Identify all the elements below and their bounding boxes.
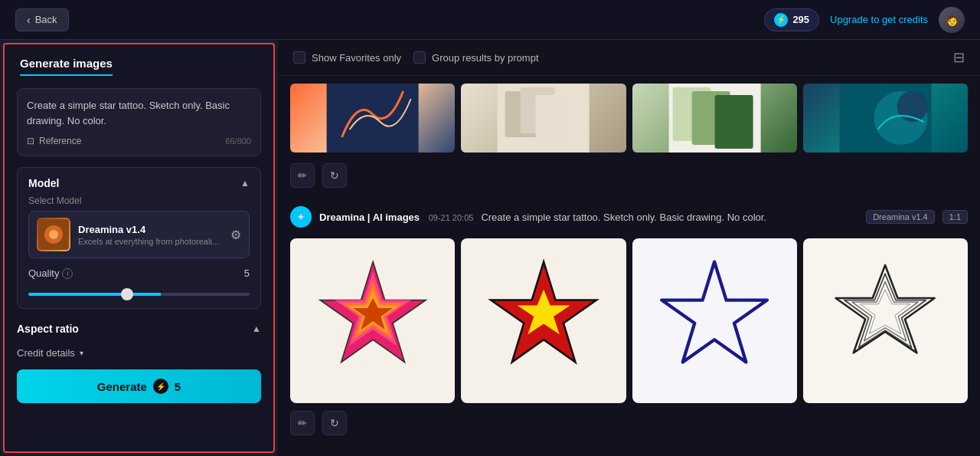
star-image-4[interactable] [803, 238, 968, 403]
reference-label: Reference [39, 136, 81, 146]
star-refresh-button[interactable]: ↻ [322, 411, 347, 435]
select-model-label: Select Model [28, 195, 250, 206]
sidebar-header: Generate images [5, 44, 273, 82]
svg-rect-3 [327, 84, 419, 153]
model-chevron-icon: ▲ [240, 178, 250, 189]
star-action-row: ✏ ↻ [278, 411, 980, 443]
back-arrow-icon: ‹ [27, 14, 31, 26]
prompt-meta: Dreamina | AI images 09-21 20:05 [319, 212, 473, 223]
generate-cost-icon: ⚡ [153, 379, 168, 394]
model-section-title: Model [28, 177, 59, 189]
back-label: Back [35, 14, 57, 25]
svg-rect-11 [714, 95, 753, 149]
avatar[interactable]: 🧑 [939, 7, 965, 33]
previous-images-grid [290, 84, 968, 153]
prev-image-3 [632, 84, 797, 153]
quality-slider[interactable] [28, 293, 250, 296]
model-section-header[interactable]: Model ▲ [28, 177, 250, 189]
prev-action-row: ✏ ↻ [290, 159, 968, 192]
edit-button[interactable]: ✏ [290, 163, 315, 188]
model-section: Model ▲ Select Model Dreamina v1.4 Excel… [17, 167, 261, 309]
show-favorites-checkbox[interactable] [293, 51, 305, 64]
generate-label: Generate [97, 380, 147, 393]
aspect-ratio-chevron-icon: ▲ [252, 323, 261, 334]
char-count: 66/800 [225, 136, 251, 146]
group-results-checkbox-label[interactable]: Group results by prompt [413, 51, 538, 64]
ratio-tag: 1:1 [942, 210, 968, 224]
svg-marker-26 [861, 289, 910, 333]
prompt-text: Create a simple star tattoo. Sketch only… [27, 98, 251, 128]
reference-button[interactable]: ⊡ Reference [27, 136, 81, 146]
quality-slider-container [28, 285, 250, 299]
content-header-right: ⊟ [953, 49, 965, 66]
credits-badge: ⚡ 295 [764, 8, 819, 31]
star-image-2[interactable] [461, 238, 626, 403]
star-images-grid [278, 234, 980, 411]
model-card[interactable]: Dreamina v1.4 Excels at everything from … [28, 211, 250, 258]
star-image-1[interactable] [290, 238, 455, 403]
svg-point-2 [49, 230, 58, 239]
prompt-date: 09-21 20:05 [429, 213, 474, 222]
svg-marker-23 [836, 264, 935, 353]
back-button[interactable]: ‹ Back [15, 8, 69, 31]
quality-label: Quality i [28, 267, 73, 279]
generate-cost: 5 [175, 380, 181, 393]
prev-image-4 [803, 84, 968, 153]
prompt-source: Dreamina | AI images 09-21 20:05 [319, 212, 473, 223]
credits-icon: ⚡ [774, 13, 788, 27]
upgrade-button[interactable]: Upgrade to get credits [830, 14, 928, 25]
sidebar-title: Generate images [20, 57, 113, 76]
prompt-info-row: ✦ Dreamina | AI images 09-21 20:05 Creat… [278, 200, 980, 234]
svg-marker-22 [662, 261, 767, 362]
prev-image-1 [290, 84, 455, 153]
aspect-ratio-title: Aspect ratio [17, 323, 79, 335]
svg-rect-7 [536, 95, 570, 141]
aspect-ratio-header[interactable]: Aspect ratio ▲ [17, 317, 261, 341]
prompt-footer: ⊡ Reference 66/800 [27, 136, 251, 146]
generate-button[interactable]: Generate ⚡ 5 [17, 369, 261, 403]
sidebar: Generate images Create a simple star tat… [3, 43, 275, 453]
model-name: Dreamina v1.4 [78, 224, 223, 235]
model-desc: Excels at everything from photoreali... [78, 237, 223, 246]
prompt-description: Create a simple star tattoo. Sketch only… [481, 212, 858, 223]
credits-count: 295 [792, 14, 809, 25]
show-favorites-label: Show Favorites only [312, 52, 401, 64]
model-tag: Dreamina v1.4 [866, 210, 935, 224]
aspect-ratio-section: Aspect ratio ▲ [17, 317, 261, 341]
save-icon[interactable]: ⊟ [953, 50, 965, 65]
group-results-label: Group results by prompt [432, 52, 538, 64]
star-image-3[interactable] [632, 238, 797, 403]
prompt-area[interactable]: Create a simple star tattoo. Sketch only… [17, 88, 261, 156]
credit-details-chevron-icon: ▾ [80, 349, 83, 357]
credit-details-row[interactable]: Credit details ▾ [5, 344, 273, 362]
model-settings-icon[interactable]: ⚙ [230, 228, 241, 242]
prev-image-2 [461, 84, 626, 153]
quality-row: Quality i 5 [28, 267, 250, 279]
refresh-button[interactable]: ↻ [322, 163, 347, 188]
model-thumbnail [37, 218, 70, 251]
quality-info-icon: i [62, 268, 73, 279]
show-favorites-checkbox-label[interactable]: Show Favorites only [293, 51, 401, 64]
model-info: Dreamina v1.4 Excels at everything from … [78, 224, 223, 246]
credit-details-label: Credit details [17, 347, 75, 359]
content-header: Show Favorites only Group results by pro… [278, 40, 980, 76]
topbar: ‹ Back ⚡ 295 Upgrade to get credits 🧑 [0, 0, 980, 40]
prompt-avatar: ✦ [290, 206, 312, 228]
previous-images-section: ✏ ↻ [278, 76, 980, 200]
quality-value: 5 [244, 267, 250, 279]
content-area: Show Favorites only Group results by pro… [278, 40, 980, 456]
main-layout: Generate images Create a simple star tat… [0, 40, 980, 456]
topbar-right: ⚡ 295 Upgrade to get credits 🧑 [764, 7, 965, 33]
svg-marker-24 [844, 274, 926, 347]
group-results-checkbox[interactable] [413, 51, 426, 64]
reference-icon: ⊡ [27, 136, 34, 146]
star-edit-button[interactable]: ✏ [290, 411, 315, 435]
